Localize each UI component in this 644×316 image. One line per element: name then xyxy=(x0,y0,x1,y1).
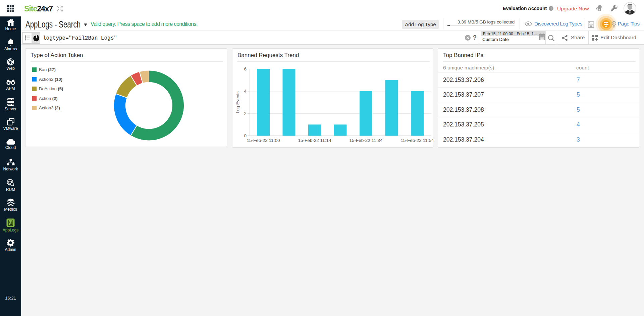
svg-text:15-Feb-22 11:14: 15-Feb-22 11:14 xyxy=(298,138,331,143)
svg-text:15-Feb-22 11:00: 15-Feb-22 11:00 xyxy=(247,138,280,143)
svg-text:Log Events: Log Events xyxy=(235,91,240,113)
svg-text:15-Feb-22 11:54: 15-Feb-22 11:54 xyxy=(401,138,433,143)
svg-text:15-Feb-22 11:34: 15-Feb-22 11:34 xyxy=(350,138,383,143)
svg-text:6: 6 xyxy=(244,66,247,71)
svg-text:2: 2 xyxy=(244,111,247,116)
svg-text:0: 0 xyxy=(244,133,247,138)
svg-text:4: 4 xyxy=(244,89,247,94)
